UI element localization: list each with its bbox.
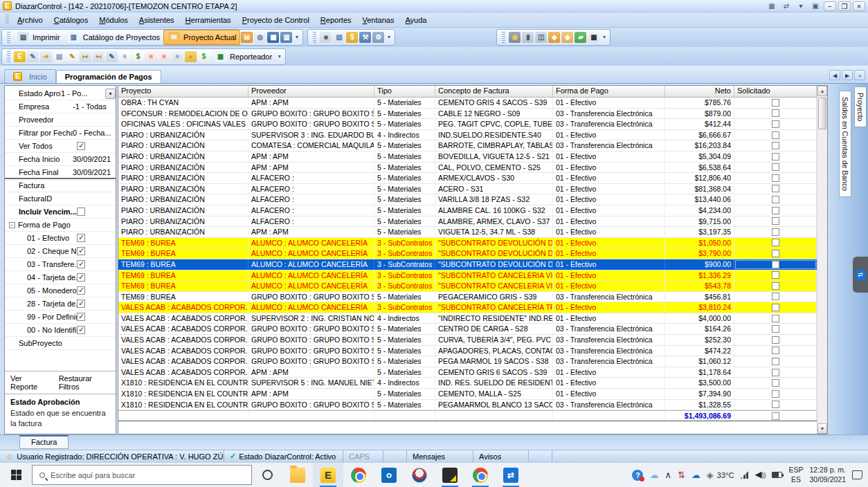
- column-header-tipo[interactable]: Tipo: [374, 86, 435, 97]
- filter-row[interactable]: − Incluir Vencim... ▾: [5, 205, 116, 219]
- table-row[interactable]: PIARO : URBANIZACIÓN ALFACERO : 5 - Mate…: [118, 217, 817, 228]
- wrench-icon[interactable]: ⚙: [372, 32, 384, 43]
- volume-icon[interactable]: ◀)): [754, 469, 766, 481]
- table-row[interactable]: TEM69 : BUREA ALUMCO : ALUMCO CANCELERÍA…: [118, 281, 817, 292]
- collapse-toggle-icon[interactable]: −: [9, 222, 15, 228]
- menu-item[interactable]: Asistentes: [134, 14, 180, 26]
- filter-row[interactable]: − Factura ▾: [5, 179, 116, 192]
- scroll-up-icon[interactable]: ▲: [817, 86, 827, 96]
- schedule-red2-icon[interactable]: ≡: [159, 51, 170, 62]
- grid-vertical-scrollbar[interactable]: ▲ ▼: [817, 86, 827, 434]
- solicitado-checkbox[interactable]: [772, 412, 779, 420]
- column-header-forma-pago[interactable]: Forma de Pago: [553, 86, 665, 97]
- filter-row[interactable]: − 03 - Transfere... ▾: [5, 258, 116, 271]
- column-header-neto[interactable]: Neto: [665, 86, 734, 97]
- column-header-concepto[interactable]: Concepto de Factura: [435, 86, 553, 97]
- scroll-down-icon[interactable]: ▼: [817, 423, 827, 434]
- teamviewer-side-widget[interactable]: ⇄: [853, 257, 868, 293]
- battery-icon[interactable]: [772, 472, 782, 478]
- table-row[interactable]: VALES ACAB : ACABADOS CORPOR... SUPERVIS…: [118, 313, 817, 324]
- start-button[interactable]: [0, 463, 32, 487]
- new-doc-icon[interactable]: ▤: [53, 51, 65, 62]
- solicitado-checkbox[interactable]: [772, 379, 779, 387]
- minimize-button[interactable]: −: [824, 1, 836, 11]
- solicitado-checkbox[interactable]: [772, 390, 779, 398]
- search-icon[interactable]: ◎: [254, 32, 266, 43]
- solicitado-checkbox[interactable]: [772, 293, 779, 300]
- taskbar-app[interactable]: ⇄: [496, 463, 526, 487]
- filter-checkbox[interactable]: [77, 260, 85, 268]
- filter-checkbox[interactable]: [77, 234, 85, 242]
- filter-row[interactable]: − 04 - Tarjeta de... ▾: [5, 271, 116, 284]
- filter-checkbox[interactable]: [77, 208, 85, 216]
- exit-icon[interactable]: ↤: [93, 51, 105, 62]
- folder-out-icon[interactable]: ◆: [548, 32, 560, 43]
- table-row[interactable]: OFCONSUR : REMODELACION DE OFI... GRUPO …: [118, 109, 817, 120]
- taskbar-app[interactable]: [282, 463, 313, 487]
- temperature-label[interactable]: 33°C: [717, 471, 734, 479]
- door-closed-icon[interactable]: ▮: [522, 32, 534, 43]
- menu-item[interactable]: Proyecto de Control: [237, 14, 315, 26]
- network-signal-icon[interactable]: [740, 471, 748, 479]
- assign-hand-icon[interactable]: ➜: [40, 51, 52, 62]
- filter-checkbox[interactable]: [77, 286, 85, 295]
- tab-factura[interactable]: Factura: [19, 435, 69, 449]
- table-row[interactable]: TEM69 : BUREA ALUMCO : ALUMCO CANCELERÍA…: [118, 238, 817, 249]
- solicitado-checkbox[interactable]: [772, 174, 779, 182]
- table-row[interactable]: PIARO : URBANIZACIÓN APM : APM 5 - Mater…: [118, 163, 817, 174]
- filter-row[interactable]: − Estado Aprobaci... 1 - Po... ▾: [5, 87, 116, 100]
- close-button[interactable]: ×: [853, 1, 865, 11]
- solicitado-checkbox[interactable]: [772, 358, 779, 365]
- filter-checkbox[interactable]: [77, 142, 85, 150]
- entry-icon[interactable]: ↦: [80, 51, 91, 62]
- table-row[interactable]: PIARO : URBANIZACIÓN ALFACERO : 5 - Mate…: [118, 194, 817, 205]
- solicitado-checkbox[interactable]: [772, 163, 779, 171]
- column-header-proveedor[interactable]: Proveedor: [248, 86, 374, 97]
- side-tab-proyecto[interactable]: Proyecto: [854, 86, 867, 127]
- table-row[interactable]: VALES ACAB : ACABADOS CORPOR... GRUPO BO…: [118, 346, 817, 357]
- table-row[interactable]: PIARO : URBANIZACIÓN SUPERVISOR 3 : ING.…: [118, 130, 817, 141]
- solicitado-checkbox[interactable]: [772, 217, 779, 225]
- menu-item[interactable]: Catálogos: [48, 14, 94, 26]
- filter-row[interactable]: − SubProyecto ▾: [5, 337, 116, 350]
- folder-in-icon[interactable]: ◆: [561, 32, 573, 43]
- solicitado-checkbox[interactable]: [772, 336, 779, 344]
- new-invoice-icon[interactable]: ▤: [333, 32, 345, 43]
- filter-checkbox[interactable]: [77, 273, 85, 282]
- safe-icon[interactable]: ◉: [509, 32, 521, 43]
- taskbar-app[interactable]: [404, 463, 435, 487]
- scrollbar-thumb[interactable]: [818, 98, 826, 129]
- table-row[interactable]: TEM69 : BUREA ALUMCO : ALUMCO CANCELERÍA…: [118, 259, 817, 270]
- filter-row[interactable]: − 02 - Cheque N... ▾: [5, 245, 116, 258]
- filter-value[interactable]: 30/09/2021: [73, 155, 116, 163]
- solicitado-checkbox[interactable]: [772, 207, 779, 214]
- toolbar-overflow-icon[interactable]: ▾: [275, 50, 283, 64]
- filter-row[interactable]: − Forma de Pago ▾: [5, 219, 116, 232]
- add-user-icon[interactable]: ☻: [320, 32, 332, 43]
- action-center-icon[interactable]: [852, 470, 862, 479]
- filter-checkbox[interactable]: [77, 313, 85, 321]
- schedule-blue-icon[interactable]: ≡: [172, 51, 183, 62]
- menu-item[interactable]: Archivo: [12, 14, 48, 26]
- solicitado-checkbox[interactable]: [772, 304, 779, 311]
- cortana-button[interactable]: [252, 470, 282, 480]
- solicitado-checkbox[interactable]: [772, 282, 779, 290]
- toolbar-overflow-icon[interactable]: ▾: [600, 30, 608, 44]
- taskbar-app[interactable]: [465, 463, 496, 487]
- solicitado-checkbox[interactable]: [772, 153, 779, 160]
- table-row[interactable]: X1810 : RESIDENCIA EN EL COUNTRY ... APM…: [118, 389, 817, 400]
- capture-invoice-icon[interactable]: ✎: [106, 51, 118, 62]
- collapse-icon[interactable]: ▾: [795, 1, 807, 11]
- filter-checkbox[interactable]: [77, 247, 85, 255]
- filter-checkbox[interactable]: [77, 300, 85, 308]
- filter-row[interactable]: − 05 - Monedero... ▾: [5, 284, 116, 297]
- status-mensajes[interactable]: Mensajes: [407, 450, 473, 462]
- table-row[interactable]: VALES ACAB : ACABADOS CORPOR... APM : AP…: [118, 367, 817, 378]
- filter-value[interactable]: 30/09/2021: [73, 168, 116, 176]
- table-row[interactable]: PIARO : URBANIZACIÓN APM : APM 5 - Mater…: [118, 151, 817, 163]
- taskbar-app[interactable]: [343, 463, 374, 487]
- table-row[interactable]: PIARO : URBANIZACIÓN ALFACERO : 5 - Mate…: [118, 173, 817, 184]
- table-row[interactable]: PIARO : URBANIZACIÓN APM : APM 5 - Mater…: [118, 227, 817, 238]
- filter-row[interactable]: − FacturaID ▾: [5, 192, 116, 205]
- status-avisos[interactable]: Avisos: [473, 450, 529, 462]
